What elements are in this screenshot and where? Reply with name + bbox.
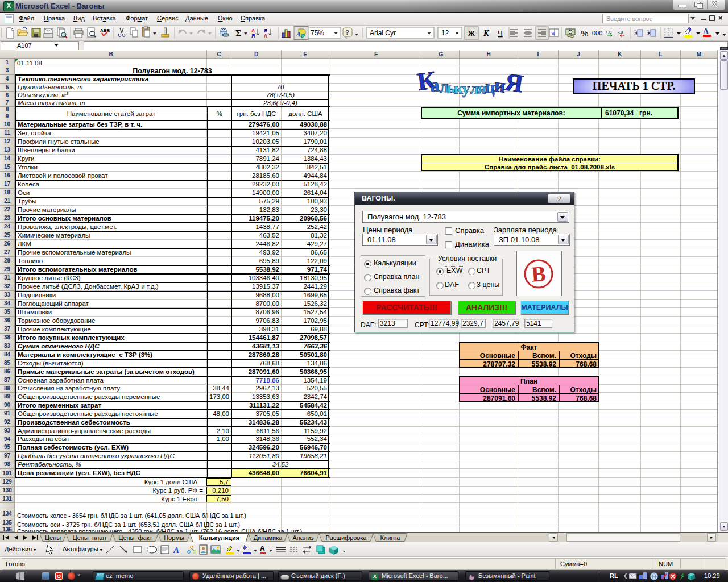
- svg-text:A: A: [173, 546, 179, 555]
- svg-text:Я: Я: [251, 33, 255, 39]
- svg-text:?: ?: [345, 29, 349, 36]
- svg-text:Клинга: Клинга: [380, 534, 401, 541]
- svg-text:A: A: [296, 30, 301, 38]
- svg-text:Анализ: Анализ: [292, 534, 313, 541]
- svg-text:Расшифровка: Расшифровка: [326, 534, 367, 541]
- svg-text:%: %: [581, 28, 588, 38]
- svg-text:Динамика: Динамика: [254, 534, 283, 541]
- svg-text:75%: 75%: [311, 29, 324, 37]
- svg-text:Калькуляция: Калькуляция: [199, 534, 240, 541]
- svg-text:Цены: Цены: [45, 534, 61, 541]
- svg-text:А: А: [260, 544, 265, 552]
- svg-text:Я: Я: [503, 69, 526, 98]
- svg-text:А: А: [264, 33, 267, 39]
- svg-text:000: 000: [592, 30, 602, 36]
- svg-text:A: A: [703, 27, 709, 36]
- svg-text:Ж: Ж: [468, 29, 475, 38]
- svg-text:12: 12: [441, 29, 449, 37]
- svg-text:К: К: [483, 29, 490, 38]
- svg-text:Ч: Ч: [498, 29, 503, 38]
- svg-text:Σ: Σ: [235, 28, 241, 38]
- svg-text:В: В: [531, 261, 547, 286]
- svg-text:Arial Cyr: Arial Cyr: [370, 29, 396, 37]
- svg-text:Цены_план: Цены_план: [73, 534, 106, 541]
- svg-text:+,0: +,0: [605, 30, 612, 35]
- svg-text:-,0: -,0: [618, 30, 623, 35]
- svg-text:Нормы: Нормы: [164, 534, 184, 541]
- svg-text:АБВ: АБВ: [100, 28, 110, 33]
- svg-text:у: у: [462, 80, 470, 97]
- svg-text:a: a: [552, 30, 555, 36]
- svg-text:Цены_факт: Цены_факт: [118, 534, 152, 541]
